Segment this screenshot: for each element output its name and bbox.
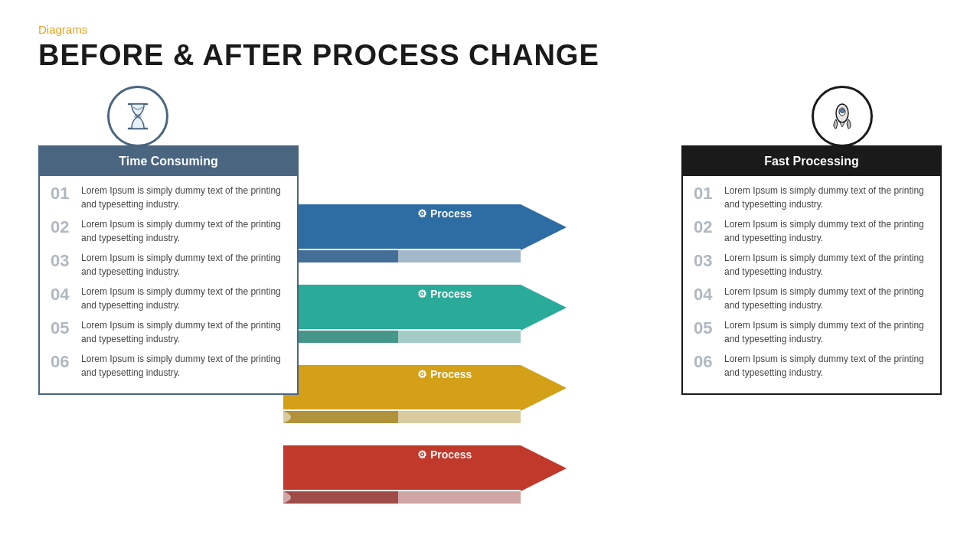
list-item: 02 Lorem Ipsum is simply dummy text of t… [51, 217, 286, 245]
svg-rect-4 [283, 204, 521, 250]
list-number: 01 [694, 184, 717, 204]
list-item: 06 Lorem Ipsum is simply dummy text of t… [694, 352, 929, 380]
svg-rect-19 [283, 491, 521, 504]
content-area: Time Consuming 01 Lorem Ipsum is simply … [38, 86, 942, 491]
list-number: 01 [51, 184, 74, 204]
list-text: Lorem Ipsum is simply dummy text of the … [81, 184, 286, 211]
process-label-1: ⚙ Process [417, 207, 472, 220]
left-box-header: Time Consuming [40, 147, 297, 176]
svg-point-0 [134, 114, 142, 119]
svg-rect-8 [283, 285, 521, 331]
list-item: 03 Lorem Ipsum is simply dummy text of t… [694, 251, 929, 279]
list-item: 05 Lorem Ipsum is simply dummy text of t… [51, 318, 286, 346]
svg-marker-13 [521, 365, 567, 411]
list-item: 02 Lorem Ipsum is simply dummy text of t… [694, 217, 929, 245]
left-box-body: 01 Lorem Ipsum is simply dummy text of t… [40, 176, 297, 393]
process-diagram: ⚙ Process ⚙ Process ⚙ Process ⚙ Process [283, 204, 720, 551]
list-number: 04 [51, 285, 74, 305]
list-text: Lorem Ipsum is simply dummy text of the … [81, 318, 286, 346]
list-item: 05 Lorem Ipsum is simply dummy text of t… [694, 318, 929, 346]
page-title: BEFORE & AFTER PROCESS CHANGE [38, 39, 942, 72]
list-number: 03 [694, 251, 717, 271]
svg-rect-11 [283, 331, 521, 343]
list-number: 03 [51, 251, 74, 271]
svg-text:⚙ Process: ⚙ Process [417, 288, 472, 300]
right-box-body: 01 Lorem Ipsum is simply dummy text of t… [683, 176, 940, 393]
left-box: Time Consuming 01 Lorem Ipsum is simply … [38, 145, 299, 395]
right-box: Fast Processing 01 Lorem Ipsum is simply… [681, 145, 942, 395]
svg-rect-12 [283, 365, 521, 411]
right-box-header: Fast Processing [683, 147, 940, 176]
list-number: 02 [694, 217, 717, 237]
list-item: 01 Lorem Ipsum is simply dummy text of t… [694, 184, 929, 211]
svg-text:⚙ Process: ⚙ Process [417, 448, 472, 461]
svg-text:⚙ Process: ⚙ Process [417, 368, 472, 380]
list-item: 06 Lorem Ipsum is simply dummy text of t… [51, 352, 286, 380]
list-item: 03 Lorem Ipsum is simply dummy text of t… [51, 251, 286, 279]
list-text: Lorem Ipsum is simply dummy text of the … [81, 251, 286, 279]
svg-text:⚙ Process: ⚙ Process [417, 207, 472, 220]
right-panel: Fast Processing 01 Lorem Ipsum is simply… [681, 86, 942, 395]
left-panel: Time Consuming 01 Lorem Ipsum is simply … [38, 86, 299, 395]
process-label-4: ⚙ Process [417, 448, 472, 461]
list-number: 05 [51, 318, 74, 338]
list-number: 06 [51, 352, 74, 372]
list-number: 05 [694, 318, 717, 338]
list-text: Lorem Ipsum is simply dummy text of the … [81, 217, 286, 245]
list-item: 01 Lorem Ipsum is simply dummy text of t… [51, 184, 286, 211]
svg-rect-15 [283, 411, 521, 423]
svg-point-3 [841, 109, 844, 113]
hourglass-icon [107, 86, 168, 147]
list-text: Lorem Ipsum is simply dummy text of the … [81, 285, 286, 312]
svg-rect-16 [283, 445, 521, 491]
list-text: Lorem Ipsum is simply dummy text of the … [724, 217, 929, 245]
list-text: Lorem Ipsum is simply dummy text of the … [724, 251, 929, 279]
list-text: Lorem Ipsum is simply dummy text of the … [724, 318, 929, 346]
rocket-icon [812, 86, 873, 147]
process-label-3: ⚙ Process [417, 368, 472, 380]
list-text: Lorem Ipsum is simply dummy text of the … [81, 352, 286, 380]
svg-marker-5 [521, 204, 567, 250]
list-text: Lorem Ipsum is simply dummy text of the … [724, 184, 929, 211]
list-text: Lorem Ipsum is simply dummy text of the … [724, 352, 929, 380]
svg-rect-7 [283, 250, 521, 262]
list-number: 04 [694, 285, 717, 305]
process-label-2: ⚙ Process [417, 288, 472, 300]
list-text: Lorem Ipsum is simply dummy text of the … [724, 285, 929, 312]
list-item: 04 Lorem Ipsum is simply dummy text of t… [694, 285, 929, 312]
svg-marker-9 [521, 285, 567, 331]
list-number: 02 [51, 217, 74, 237]
svg-marker-17 [521, 445, 567, 491]
page: Diagrams BEFORE & AFTER PROCESS CHANGE T… [0, 0, 980, 551]
list-item: 04 Lorem Ipsum is simply dummy text of t… [51, 285, 286, 312]
list-number: 06 [694, 352, 717, 372]
category-label: Diagrams [38, 23, 942, 36]
